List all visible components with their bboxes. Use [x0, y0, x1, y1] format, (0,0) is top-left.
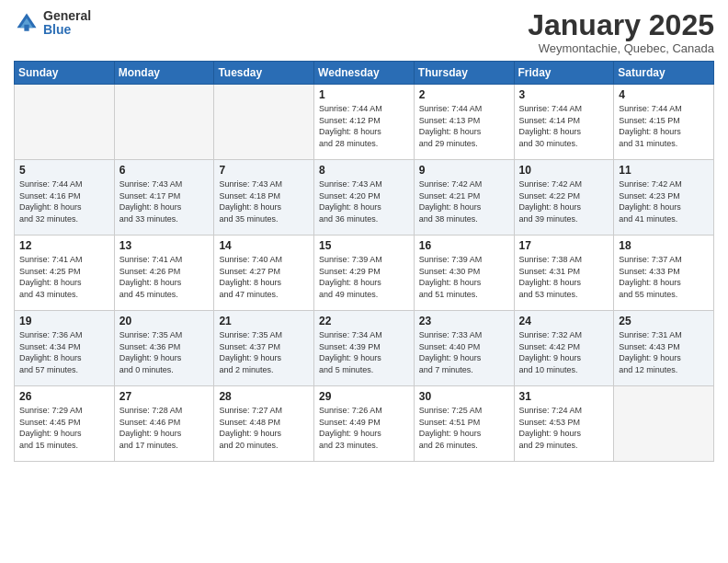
header: General Blue January 2025 Weymontachie, … [14, 9, 714, 55]
table-cell: 19Sunrise: 7:36 AM Sunset: 4:34 PM Dayli… [15, 311, 115, 386]
day-number: 17 [519, 239, 609, 252]
day-info: Sunrise: 7:25 AM Sunset: 4:51 PM Dayligh… [419, 405, 509, 451]
day-info: Sunrise: 7:42 AM Sunset: 4:23 PM Dayligh… [619, 178, 709, 224]
table-cell: 27Sunrise: 7:28 AM Sunset: 4:46 PM Dayli… [114, 386, 214, 462]
day-info: Sunrise: 7:44 AM Sunset: 4:15 PM Dayligh… [619, 103, 709, 149]
table-cell: 2Sunrise: 7:44 AM Sunset: 4:13 PM Daylig… [414, 85, 514, 160]
day-number: 12 [19, 239, 109, 252]
day-info: Sunrise: 7:32 AM Sunset: 4:42 PM Dayligh… [519, 329, 609, 375]
header-monday: Monday [114, 62, 214, 85]
table-cell: 22Sunrise: 7:34 AM Sunset: 4:39 PM Dayli… [314, 311, 415, 386]
week-row-1: 1Sunrise: 7:44 AM Sunset: 4:12 PM Daylig… [15, 85, 714, 160]
weekday-header-row: Sunday Monday Tuesday Wednesday Thursday… [15, 62, 714, 85]
day-info: Sunrise: 7:41 AM Sunset: 4:26 PM Dayligh… [119, 254, 210, 300]
page: General Blue January 2025 Weymontachie, … [0, 0, 728, 563]
table-cell: 5Sunrise: 7:44 AM Sunset: 4:16 PM Daylig… [15, 160, 115, 236]
logo-general: General [43, 9, 91, 23]
day-info: Sunrise: 7:43 AM Sunset: 4:17 PM Dayligh… [119, 178, 210, 224]
day-info: Sunrise: 7:37 AM Sunset: 4:33 PM Dayligh… [619, 254, 709, 300]
day-info: Sunrise: 7:31 AM Sunset: 4:43 PM Dayligh… [619, 329, 709, 375]
day-info: Sunrise: 7:43 AM Sunset: 4:18 PM Dayligh… [219, 178, 309, 224]
day-number: 18 [619, 239, 709, 252]
day-number: 21 [219, 315, 309, 327]
day-info: Sunrise: 7:35 AM Sunset: 4:37 PM Dayligh… [219, 329, 309, 375]
day-info: Sunrise: 7:40 AM Sunset: 4:27 PM Dayligh… [219, 254, 309, 300]
day-info: Sunrise: 7:42 AM Sunset: 4:22 PM Dayligh… [519, 178, 609, 224]
day-info: Sunrise: 7:39 AM Sunset: 4:30 PM Dayligh… [419, 254, 509, 300]
day-number: 3 [519, 88, 609, 101]
table-cell: 28Sunrise: 7:27 AM Sunset: 4:48 PM Dayli… [214, 386, 314, 462]
day-number: 27 [119, 390, 210, 403]
day-number: 13 [119, 239, 210, 252]
table-cell: 6Sunrise: 7:43 AM Sunset: 4:17 PM Daylig… [114, 160, 214, 236]
table-cell: 8Sunrise: 7:43 AM Sunset: 4:20 PM Daylig… [314, 160, 415, 236]
day-number: 28 [219, 390, 309, 403]
svg-rect-2 [24, 25, 28, 31]
day-number: 15 [319, 239, 409, 252]
week-row-5: 26Sunrise: 7:29 AM Sunset: 4:45 PM Dayli… [15, 386, 714, 462]
header-thursday: Thursday [414, 62, 514, 85]
day-number: 10 [519, 164, 609, 177]
day-number: 31 [519, 390, 609, 403]
table-cell: 13Sunrise: 7:41 AM Sunset: 4:26 PM Dayli… [114, 236, 214, 311]
table-cell [15, 85, 115, 160]
logo: General Blue [14, 9, 91, 38]
day-number: 23 [419, 315, 509, 327]
table-cell: 15Sunrise: 7:39 AM Sunset: 4:29 PM Dayli… [314, 236, 415, 311]
location-subtitle: Weymontachie, Quebec, Canada [528, 41, 714, 55]
day-number: 16 [419, 239, 509, 252]
table-cell: 31Sunrise: 7:24 AM Sunset: 4:53 PM Dayli… [514, 386, 614, 462]
day-info: Sunrise: 7:26 AM Sunset: 4:49 PM Dayligh… [319, 405, 409, 451]
day-info: Sunrise: 7:34 AM Sunset: 4:39 PM Dayligh… [319, 329, 409, 375]
day-info: Sunrise: 7:28 AM Sunset: 4:46 PM Dayligh… [119, 405, 210, 451]
day-info: Sunrise: 7:35 AM Sunset: 4:36 PM Dayligh… [119, 329, 210, 375]
day-number: 20 [119, 315, 210, 327]
day-info: Sunrise: 7:24 AM Sunset: 4:53 PM Dayligh… [519, 405, 609, 451]
day-info: Sunrise: 7:36 AM Sunset: 4:34 PM Dayligh… [19, 329, 109, 375]
header-tuesday: Tuesday [214, 62, 314, 85]
table-cell [114, 85, 214, 160]
table-cell: 23Sunrise: 7:33 AM Sunset: 4:40 PM Dayli… [414, 311, 514, 386]
table-cell: 20Sunrise: 7:35 AM Sunset: 4:36 PM Dayli… [114, 311, 214, 386]
day-number: 1 [319, 88, 409, 101]
day-info: Sunrise: 7:44 AM Sunset: 4:14 PM Dayligh… [519, 103, 609, 149]
table-cell [614, 386, 714, 462]
table-cell: 7Sunrise: 7:43 AM Sunset: 4:18 PM Daylig… [214, 160, 314, 236]
table-cell: 16Sunrise: 7:39 AM Sunset: 4:30 PM Dayli… [414, 236, 514, 311]
day-number: 25 [619, 315, 709, 327]
month-title: January 2025 [528, 9, 714, 41]
table-cell: 14Sunrise: 7:40 AM Sunset: 4:27 PM Dayli… [214, 236, 314, 311]
header-sunday: Sunday [15, 62, 115, 85]
day-info: Sunrise: 7:43 AM Sunset: 4:20 PM Dayligh… [319, 178, 409, 224]
day-number: 7 [219, 164, 309, 177]
day-number: 9 [419, 164, 509, 177]
day-number: 8 [319, 164, 409, 177]
table-cell: 26Sunrise: 7:29 AM Sunset: 4:45 PM Dayli… [15, 386, 115, 462]
table-cell: 1Sunrise: 7:44 AM Sunset: 4:12 PM Daylig… [314, 85, 415, 160]
table-cell: 10Sunrise: 7:42 AM Sunset: 4:22 PM Dayli… [514, 160, 614, 236]
day-info: Sunrise: 7:42 AM Sunset: 4:21 PM Dayligh… [419, 178, 509, 224]
logo-blue: Blue [43, 23, 91, 37]
day-info: Sunrise: 7:33 AM Sunset: 4:40 PM Dayligh… [419, 329, 509, 375]
header-wednesday: Wednesday [314, 62, 415, 85]
day-info: Sunrise: 7:38 AM Sunset: 4:31 PM Dayligh… [519, 254, 609, 300]
day-number: 26 [19, 390, 109, 403]
day-number: 2 [419, 88, 509, 101]
table-cell: 25Sunrise: 7:31 AM Sunset: 4:43 PM Dayli… [614, 311, 714, 386]
day-info: Sunrise: 7:44 AM Sunset: 4:16 PM Dayligh… [19, 178, 109, 224]
day-info: Sunrise: 7:44 AM Sunset: 4:12 PM Dayligh… [319, 103, 409, 149]
day-info: Sunrise: 7:39 AM Sunset: 4:29 PM Dayligh… [319, 254, 409, 300]
day-number: 11 [619, 164, 709, 177]
day-info: Sunrise: 7:41 AM Sunset: 4:25 PM Dayligh… [19, 254, 109, 300]
table-cell: 24Sunrise: 7:32 AM Sunset: 4:42 PM Dayli… [514, 311, 614, 386]
day-number: 4 [619, 88, 709, 101]
week-row-4: 19Sunrise: 7:36 AM Sunset: 4:34 PM Dayli… [15, 311, 714, 386]
header-saturday: Saturday [614, 62, 714, 85]
table-cell: 29Sunrise: 7:26 AM Sunset: 4:49 PM Dayli… [314, 386, 415, 462]
day-info: Sunrise: 7:44 AM Sunset: 4:13 PM Dayligh… [419, 103, 509, 149]
table-cell [214, 85, 314, 160]
day-number: 22 [319, 315, 409, 327]
day-info: Sunrise: 7:27 AM Sunset: 4:48 PM Dayligh… [219, 405, 309, 451]
week-row-3: 12Sunrise: 7:41 AM Sunset: 4:25 PM Dayli… [15, 236, 714, 311]
calendar: Sunday Monday Tuesday Wednesday Thursday… [14, 61, 714, 462]
